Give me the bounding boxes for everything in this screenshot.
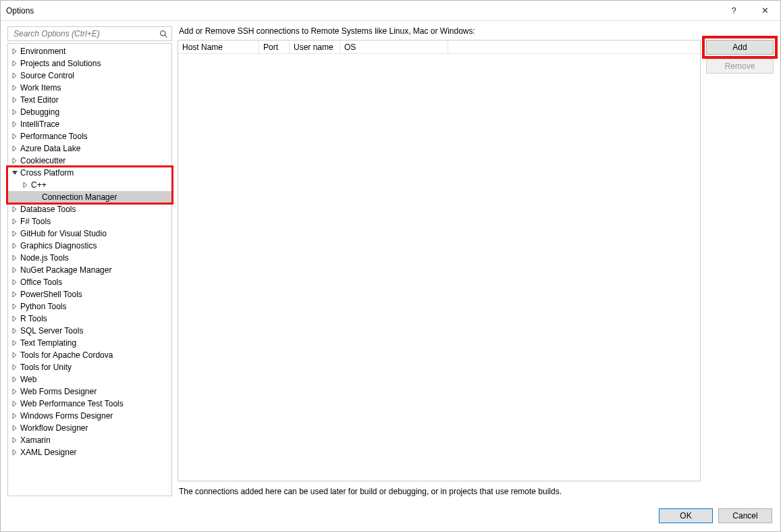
chevron-right-icon [11,412,19,420]
tree-item-label: SQL Server Tools [20,326,83,336]
col-hostname[interactable]: Host Name [178,41,259,53]
tree-item[interactable]: GitHub for Visual Studio [8,228,171,240]
tree-item[interactable]: Projects and Solutions [8,57,171,70]
chevron-right-icon [11,266,19,274]
tree-item-label: Web Forms Designer [20,387,97,396]
tree-item[interactable]: Web Forms Designer [8,385,171,398]
chevron-right-icon [11,327,19,335]
tree-item-label: Graphics Diagnostics [20,241,97,250]
footer-note: The connections added here can be used l… [179,487,772,496]
ok-button[interactable]: OK [659,508,713,523]
tree-item[interactable]: Python Tools [8,300,171,313]
close-button[interactable]: ✕ [749,1,780,21]
tree-item[interactable]: Web [8,373,171,385]
chevron-right-icon [11,278,19,286]
tree-item-cpp[interactable]: C++ [8,179,171,191]
tree-item[interactable]: Graphics Diagnostics [8,240,171,252]
close-icon: ✕ [761,5,769,16]
tree-item-label: Azure Data Lake [20,144,80,153]
options-tree[interactable]: EnvironmentProjects and SolutionsSource … [7,43,172,496]
tree-item[interactable]: PowerShell Tools [8,288,171,300]
col-username[interactable]: User name [290,41,340,53]
tree-item[interactable]: Azure Data Lake [8,142,171,155]
tree-item[interactable]: Windows Forms Designer [8,410,171,422]
dialog-buttons: OK Cancel [1,502,780,531]
tree-item[interactable]: Tools for Apache Cordova [8,349,171,361]
tree-item[interactable]: Text Templating [8,337,171,349]
tree-item[interactable]: Environment [8,45,171,57]
tree-item[interactable]: Node.js Tools [8,252,171,264]
tree-item-label: R Tools [20,314,47,323]
table-header: Host Name Port User name OS [178,41,700,54]
tree-item[interactable]: Workflow Designer [8,422,171,434]
left-panel: EnvironmentProjects and SolutionsSource … [7,26,172,496]
tree-item[interactable]: XAML Designer [8,446,171,458]
tree-item[interactable]: Cookiecutter [8,155,171,167]
tree-item-label: Debugging [20,107,59,117]
tree-item[interactable]: Database Tools [8,203,171,215]
tree-item-label: Connection Manager [42,192,117,202]
chevron-right-icon [11,302,19,311]
col-os[interactable]: OS [340,41,448,53]
tree-item-label: Cookiecutter [20,156,65,165]
description-label: Add or Remove SSH connections to Remote … [179,26,774,36]
tree-item[interactable]: SQL Server Tools [8,325,171,337]
chevron-right-icon [11,351,19,359]
tree-item[interactable]: F# Tools [8,215,171,228]
chevron-right-icon [11,144,19,153]
cancel-button[interactable]: Cancel [718,508,772,523]
tree-item-label: Text Editor [20,95,59,105]
tree-item-label: Tools for Apache Cordova [20,350,113,360]
tree-item[interactable]: Debugging [8,106,171,118]
col-port[interactable]: Port [259,41,290,53]
tree-item-label: Database Tools [20,205,76,214]
add-button[interactable]: Add [706,40,774,55]
tree-item[interactable]: Tools for Unity [8,361,171,373]
chevron-right-icon [11,254,19,262]
tree-item[interactable]: Work Items [8,82,171,94]
tree-item[interactable]: Office Tools [8,276,171,288]
chevron-right-icon [11,436,19,444]
tree-item[interactable]: Text Editor [8,94,171,106]
window-title: Options [6,6,34,16]
tree-item-label: Projects and Solutions [20,59,101,68]
tree-item-label: C++ [31,180,47,190]
tree-item[interactable]: Web Performance Test Tools [8,398,171,410]
connections-table[interactable]: Host Name Port User name OS [178,40,701,481]
help-button[interactable]: ? [718,1,749,21]
svg-line-1 [165,35,167,37]
search-box[interactable] [7,26,172,41]
tree-item-label: F# Tools [20,217,51,226]
tree-item[interactable]: R Tools [8,313,171,325]
chevron-down-icon [11,169,19,177]
tree-item-label: Xamarin [20,435,51,445]
search-input[interactable] [12,28,158,39]
tree-item-label: NuGet Package Manager [20,265,111,275]
svg-point-0 [160,30,165,35]
tree-item-cross-platform[interactable]: Cross Platform [8,167,171,179]
tree-item-connection-manager[interactable]: Connection Manager [8,191,171,203]
options-dialog: Options ? ✕ EnvironmentProjects and Solu… [0,0,781,532]
tree-item-label: Node.js Tools [20,253,69,263]
chevron-right-icon [11,363,19,371]
chevron-right-icon [11,315,19,323]
tree-item-label: Text Templating [20,338,76,348]
remove-button[interactable]: Remove [706,59,774,74]
tree-item-label: Environment [20,47,65,56]
chevron-right-icon [11,157,19,165]
tree-item[interactable]: Source Control [8,70,171,82]
tree-item-label: Web [20,375,36,384]
chevron-right-icon [11,96,19,104]
tree-item-label: Performance Tools [20,132,88,141]
tree-item[interactable]: Xamarin [8,434,171,446]
tree-item-label: Source Control [20,71,74,80]
chevron-right-icon [11,339,19,347]
tree-item[interactable]: Performance Tools [8,130,171,142]
chevron-right-icon [32,193,41,201]
chevron-right-icon [11,424,19,432]
tree-item[interactable]: IntelliTrace [8,118,171,130]
tree-item[interactable]: NuGet Package Manager [8,264,171,276]
chevron-right-icon [11,290,19,298]
chevron-right-icon [11,448,19,456]
tree-item-label: Tools for Unity [20,363,72,372]
